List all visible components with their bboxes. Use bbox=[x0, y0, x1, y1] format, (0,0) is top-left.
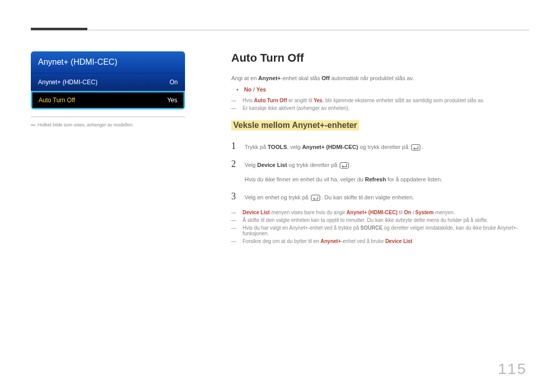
note-text: Device List-menyen vises bare hvis du an… bbox=[243, 210, 529, 215]
enter-icon bbox=[311, 195, 320, 201]
anynet-label: Anynet+ (HDMI-CEC) bbox=[346, 210, 397, 215]
option-yes: Yes bbox=[256, 86, 266, 92]
on-label: On bbox=[404, 210, 411, 215]
note-text: Hvis du har valgt en Anynet+-enhet ved å… bbox=[243, 225, 529, 236]
note-dash: ― bbox=[231, 98, 243, 103]
enter-icon bbox=[411, 144, 420, 151]
note-text: Hvis Auto Turn Off er angitt til Yes, bl… bbox=[243, 98, 529, 103]
t: Forsikre deg om at du bytter til en bbox=[243, 238, 321, 244]
tools-label: TOOLS bbox=[268, 144, 287, 150]
intro-line: Angi at en Anynet+-enhet skal slås Off a… bbox=[231, 74, 529, 83]
option-no: No bbox=[244, 86, 252, 92]
t: er angitt til bbox=[287, 98, 313, 103]
t: for å oppdatere listen. bbox=[386, 176, 442, 182]
t: og trykk deretter på bbox=[358, 144, 410, 150]
t: -menyen. bbox=[434, 210, 455, 215]
footnote: ― Forsikre deg om at du bytter til en An… bbox=[231, 238, 529, 244]
t: . bbox=[412, 238, 414, 244]
off-label: Off bbox=[322, 75, 330, 81]
right-column: Auto Turn Off Angi at en Anynet+-enhet s… bbox=[231, 51, 529, 246]
enter-icon bbox=[340, 162, 349, 169]
t: , velg bbox=[287, 144, 302, 150]
option-sep: / bbox=[252, 86, 256, 92]
system-label: System bbox=[415, 210, 434, 215]
step-body: Velg en enhet og trykk på . Du kan skift… bbox=[245, 191, 414, 202]
numbered-step: 1 Trykk på TOOLS, velg Anynet+ (HDMI-CEC… bbox=[231, 141, 529, 152]
t: Angi at en bbox=[231, 75, 258, 81]
numbered-step: 2 Velg Device List og trykk deretter på … bbox=[231, 159, 529, 184]
left-column: Anynet+ (HDMI-CEC) Anynet+ (HDMI-CEC) On… bbox=[31, 51, 185, 127]
footnote: ― Hvis Auto Turn Off er angitt til Yes, … bbox=[231, 98, 529, 103]
osd-menu: Anynet+ (HDMI-CEC) Anynet+ (HDMI-CEC) On… bbox=[31, 51, 185, 109]
t: -menyen vises bare hvis du angir bbox=[270, 210, 347, 215]
device-list-label: Device List bbox=[385, 238, 413, 244]
page-number: 115 bbox=[498, 360, 527, 378]
source-label: SOURCE bbox=[360, 225, 382, 231]
t: . Du kan skifte til den valgte enheten. bbox=[321, 194, 414, 200]
note-dash: ― bbox=[231, 210, 243, 215]
t: til bbox=[398, 210, 404, 215]
note-dash: ― bbox=[231, 217, 243, 223]
step-body: Velg Device List og trykk deretter på . … bbox=[245, 159, 442, 184]
footnote: ― Device List-menyen vises bare hvis du … bbox=[231, 210, 529, 215]
numbered-step: 3 Velg en enhet og trykk på . Du kan ski… bbox=[231, 191, 529, 202]
footnote: ― Å skifte til den valgte enheten kan ta… bbox=[231, 217, 529, 223]
osd-row-value: Yes bbox=[167, 97, 177, 104]
divider bbox=[31, 117, 185, 117]
t: Trykk på bbox=[245, 144, 268, 150]
footnote: ― Hvis du har valgt en Anynet+-enhet ved… bbox=[231, 225, 529, 236]
step-number: 2 bbox=[231, 159, 245, 170]
device-list-label: Device List bbox=[243, 210, 270, 215]
t: Velg bbox=[245, 162, 257, 168]
t: og trykk deretter på bbox=[287, 162, 339, 168]
osd-row-label: Auto Turn Off bbox=[39, 97, 75, 104]
bullet-dot: • bbox=[236, 86, 238, 92]
t: -enhet ved å bruke bbox=[341, 238, 385, 244]
t: Hvis du ikke finner en enhet du vil ha, … bbox=[245, 176, 365, 182]
osd-menu-row-auto-turn-off[interactable]: Auto Turn Off Yes bbox=[31, 91, 185, 109]
t: , blir kjørende eksterne enheter slått a… bbox=[322, 98, 484, 103]
note-text: Å skifte til den valgte enheten kan ta o… bbox=[243, 217, 529, 223]
caption-text: Hvilket bilde som vises, avhenger av mod… bbox=[38, 122, 134, 127]
section-heading: Auto Turn Off bbox=[231, 51, 529, 65]
osd-row-value: On bbox=[170, 79, 178, 86]
refresh-label: Refresh bbox=[365, 176, 386, 182]
subsection-heading: Veksle mellom Anynet+-enheter bbox=[231, 120, 359, 130]
note-dash: ― bbox=[231, 105, 243, 111]
step-body: Trykk på TOOLS, velg Anynet+ (HDMI-CEC) … bbox=[245, 141, 423, 152]
page-top-rule bbox=[31, 30, 529, 31]
caption-dash: ― bbox=[31, 122, 35, 127]
note-dash: ― bbox=[231, 225, 243, 236]
ato-label: Auto Turn Off bbox=[254, 98, 287, 103]
image-caption: ―Hvilket bilde som vises, avhenger av mo… bbox=[31, 122, 185, 127]
device-list-label: Device List bbox=[257, 162, 287, 168]
t: automatisk når produktet slås av. bbox=[330, 75, 414, 81]
note-text: Er kanskje ikke aktivert (avhenger av en… bbox=[243, 105, 529, 111]
step-number: 1 bbox=[231, 141, 245, 152]
footnote: ― Er kanskje ikke aktivert (avhenger av … bbox=[231, 105, 529, 111]
t: -enhet skal slås bbox=[281, 75, 321, 81]
anynet-label: Anynet+ (HDMI-CEC) bbox=[302, 144, 358, 150]
note-text: Forsikre deg om at du bytter til en Anyn… bbox=[243, 238, 529, 244]
osd-menu-title: Anynet+ (HDMI-CEC) bbox=[31, 51, 185, 73]
t: i bbox=[411, 210, 415, 215]
step-number: 3 bbox=[231, 191, 245, 202]
option-bullet: • No / Yes bbox=[236, 86, 529, 92]
note-dash: ― bbox=[231, 238, 243, 244]
t: Velg en enhet og trykk på bbox=[245, 194, 310, 200]
osd-row-label: Anynet+ (HDMI-CEC) bbox=[38, 79, 98, 86]
yes-label: Yes bbox=[313, 98, 322, 103]
t: Hvis du har valgt en Anynet+-enhet ved å… bbox=[243, 225, 360, 231]
t: Hvis bbox=[243, 98, 254, 103]
anynet-label: Anynet+ bbox=[321, 238, 341, 244]
anynet-label: Anynet+ bbox=[258, 75, 281, 81]
osd-menu-row-anynet[interactable]: Anynet+ (HDMI-CEC) On bbox=[31, 73, 185, 91]
